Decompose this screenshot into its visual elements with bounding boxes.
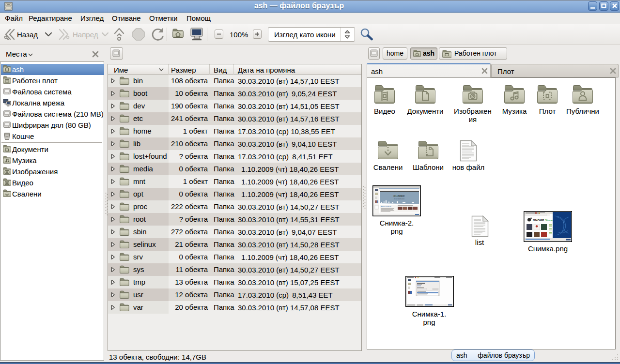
svg-text:GUADEC: GUADEC	[393, 195, 404, 197]
svg-text:Store: Store	[545, 218, 553, 222]
svg-text:About GUADEC: About GUADEC	[381, 206, 392, 208]
svg-text:30.07-4.08.2010: 30.07-4.08.2010	[394, 198, 404, 200]
svg-text:GNOME: GNOME	[533, 218, 544, 222]
